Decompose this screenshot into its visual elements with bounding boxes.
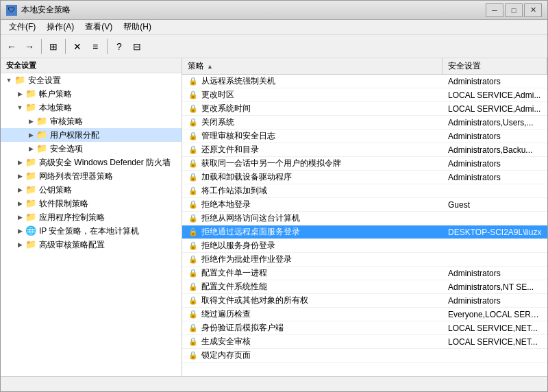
list-row[interactable]: 🔒绕过遍历检查Everyone,LOCAL SERV... — [182, 308, 547, 321]
policy-cell: 🔒从远程系统强制关机 — [182, 75, 443, 88]
close-button[interactable]: ✕ — [524, 3, 542, 17]
setting-cell: Everyone,LOCAL SERV... — [443, 309, 547, 320]
list-row[interactable]: 🔒锁定内存页面 — [182, 349, 547, 363]
tree-item-label: IP 安全策略，在本地计算机 — [39, 225, 139, 237]
minimize-button[interactable]: ─ — [486, 3, 503, 17]
list-row[interactable]: 🔒更改时区LOCAL SERVICE,Admi... — [182, 88, 547, 102]
list-row[interactable]: 🔒关闭系统Administrators,Users,... — [182, 116, 547, 130]
policy-label: 更改时区 — [201, 89, 234, 101]
tree-item-accounts[interactable]: ▶📁帐户策略 — [1, 87, 182, 101]
tree-item-ipsec[interactable]: ▶🌐IP 安全策略，在本地计算机 — [1, 224, 182, 238]
menu-item-A[interactable]: 操作(A) — [41, 20, 79, 34]
setting-cell: Administrators — [443, 76, 547, 87]
delete-button[interactable]: ✕ — [69, 38, 86, 55]
tree-item-secoptions[interactable]: ▶📁安全选项 — [1, 142, 182, 156]
policy-icon: 🔒 — [188, 268, 199, 279]
list-row[interactable]: 🔒更改系统时间LOCAL SERVICE,Admi... — [182, 102, 547, 116]
sort-arrow-policy: ▲ — [207, 63, 213, 70]
setting-cell: Administrators — [443, 158, 547, 169]
tree-item-audit[interactable]: ▶📁审核策略 — [1, 114, 182, 128]
policy-icon: 🔒 — [188, 241, 199, 252]
policy-label: 配置文件单一进程 — [201, 267, 267, 279]
policy-icon: 🔒 — [188, 309, 199, 320]
policy-cell: 🔒生成安全审核 — [182, 335, 443, 348]
list-row[interactable]: 🔒还原文件和目录Administrators,Backu... — [182, 143, 547, 157]
list-row[interactable]: 🔒从远程系统强制关机Administrators — [182, 75, 547, 88]
tree-folder-icon: 📁 — [25, 184, 36, 195]
col-header-setting[interactable]: 安全设置 — [443, 58, 547, 74]
show-hide-button[interactable]: ⊞ — [45, 38, 62, 55]
list-row[interactable]: 🔒生成安全审核LOCAL SERVICE,NET... — [182, 335, 547, 349]
policy-cell: 🔒配置文件单一进程 — [182, 267, 443, 280]
menu-item-F[interactable]: 文件(F) — [3, 20, 41, 34]
back-button[interactable]: ← — [3, 38, 20, 55]
tree-item-software[interactable]: ▶📁软件限制策略 — [1, 197, 182, 210]
list-row[interactable]: 🔒拒绝通过远程桌面服务登录DESKTOP-SCI2A9L\liuzx — [182, 225, 547, 239]
properties-button[interactable]: ≡ — [87, 38, 103, 55]
tree-expand-icon: ▶ — [14, 198, 25, 209]
list-row[interactable]: 🔒管理审核和安全日志Administrators — [182, 130, 547, 143]
tree-expand-icon: ▶ — [14, 171, 25, 182]
list-container: 🔒从远程系统强制关机Administrators🔒更改时区LOCAL SERVI… — [182, 75, 547, 363]
policy-cell: 🔒还原文件和目录 — [182, 143, 443, 156]
list-row[interactable]: 🔒加载和卸载设备驱动程序Administrators — [182, 171, 547, 184]
policy-icon: 🔒 — [188, 227, 199, 238]
title-buttons: ─ □ ✕ — [486, 3, 542, 17]
tree-item-netlist[interactable]: ▶📁网络列表管理器策略 — [1, 169, 182, 183]
list-row[interactable]: 🔒取得文件或其他对象的所有权Administrators — [182, 294, 547, 308]
setting-cell: LOCAL SERVICE,Admi... — [443, 90, 547, 101]
tree-item-applocker[interactable]: ▶📁应用程序控制策略 — [1, 210, 182, 224]
list-row[interactable]: 🔒拒绝从网络访问这台计算机 — [182, 212, 547, 225]
col-header-policy[interactable]: 策略 ▲ — [182, 58, 443, 74]
tree-expand-icon: ▶ — [14, 239, 25, 250]
setting-cell — [443, 191, 547, 192]
policy-label: 生成安全审核 — [201, 336, 251, 347]
policy-label: 拒绝从网络访问这台计算机 — [201, 212, 300, 224]
tree-item-label: 安全设置 — [28, 75, 61, 86]
list-row[interactable]: 🔒配置文件单一进程Administrators — [182, 267, 547, 280]
help-button[interactable]: ? — [111, 38, 127, 55]
tree-folder-icon: 📁 — [14, 75, 25, 86]
list-row[interactable]: 🔒拒绝以服务身份登录 — [182, 239, 547, 253]
tree-header: 安全设置 — [1, 58, 182, 73]
tree-item-pubkey[interactable]: ▶📁公钥策略 — [1, 183, 182, 197]
tree-item-local[interactable]: ▼📁本地策略 — [1, 101, 182, 114]
tree-folder-icon: 📁 — [36, 143, 47, 154]
menu-item-V[interactable]: 查看(V) — [79, 20, 118, 34]
list-row[interactable]: 🔒身份验证后模拟客户端LOCAL SERVICE,NET... — [182, 321, 547, 335]
setting-cell — [443, 218, 547, 219]
tree-item-userrights[interactable]: ▶📁用户权限分配 — [1, 128, 182, 142]
toolbar: ← → ⊞ ✕ ≡ ? ⊟ — [1, 35, 547, 58]
forward-button[interactable]: → — [21, 38, 38, 55]
export-button[interactable]: ⊟ — [129, 38, 145, 55]
list-row[interactable]: 🔒拒绝作为批处理作业登录 — [182, 253, 547, 267]
tree-item-defender[interactable]: ▶📁高级安全 Windows Defender 防火墙 — [1, 156, 182, 169]
toolbar-sep-2 — [65, 39, 66, 54]
policy-label: 管理审核和安全日志 — [201, 130, 275, 142]
menu-item-H[interactable]: 帮助(H) — [118, 20, 157, 34]
tree-item-root[interactable]: ▼📁安全设置 — [1, 73, 182, 87]
toolbar-sep-3 — [107, 39, 108, 54]
list-row[interactable]: 🔒将工作站添加到域 — [182, 184, 547, 198]
tree-item-label: 高级安全 Windows Defender 防火墙 — [39, 157, 171, 169]
list-row[interactable]: 🔒获取同一会话中另一个用户的模拟令牌Administrators — [182, 157, 547, 171]
list-row[interactable]: 🔒配置文件系统性能Administrators,NT SE... — [182, 280, 547, 294]
policy-label: 拒绝以服务身份登录 — [201, 240, 275, 252]
setting-cell: Guest — [443, 199, 547, 210]
policy-label: 取得文件或其他对象的所有权 — [201, 295, 308, 306]
tree-item-label: 应用程序控制策略 — [39, 212, 105, 223]
tree-container: ▼📁安全设置▶📁帐户策略▼📁本地策略▶📁审核策略▶📁用户权限分配▶📁安全选项▶📁… — [1, 73, 182, 252]
policy-cell: 🔒加载和卸载设备驱动程序 — [182, 171, 443, 184]
list-row[interactable]: 🔒拒绝本地登录Guest — [182, 198, 547, 212]
menu-bar: 文件(F)操作(A)查看(V)帮助(H) — [1, 20, 547, 35]
policy-icon: 🔒 — [188, 117, 199, 128]
policy-cell: 🔒拒绝作为批处理作业登录 — [182, 253, 443, 266]
tree-item-adv-audit[interactable]: ▶📁高级审核策略配置 — [1, 238, 182, 252]
maximize-button[interactable]: □ — [505, 3, 523, 17]
setting-cell: LOCAL SERVICE,Admi... — [443, 103, 547, 114]
policy-icon: 🔒 — [188, 103, 199, 114]
tree-folder-icon: 📁 — [25, 171, 36, 182]
tree-item-label: 审核策略 — [50, 116, 83, 127]
policy-cell: 🔒拒绝通过远程桌面服务登录 — [182, 225, 443, 238]
policy-icon: 🔒 — [188, 336, 199, 347]
